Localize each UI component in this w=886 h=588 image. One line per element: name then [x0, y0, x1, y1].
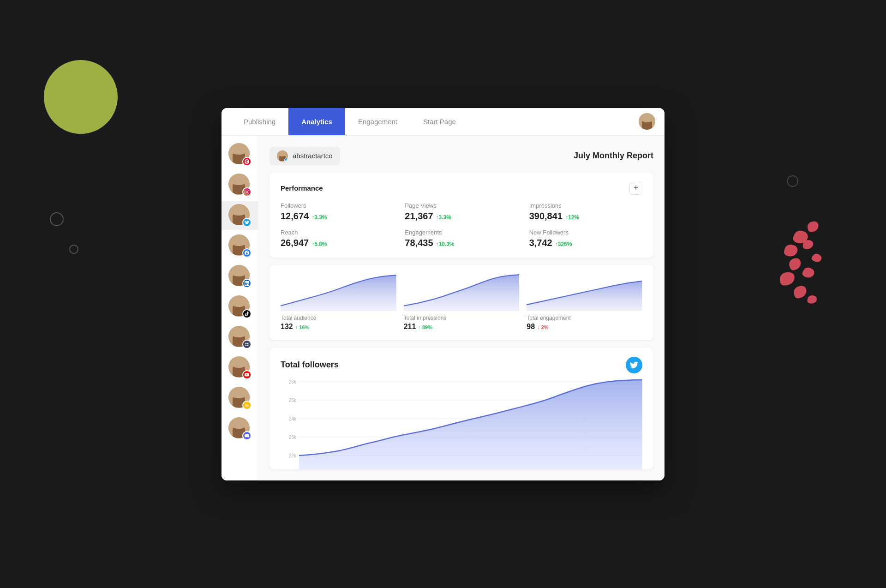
metric-value: 390,841	[529, 211, 563, 222]
metric-value-row: 12,674 ↑3.3%	[281, 211, 394, 222]
metric-item: Reach 26,947 ↑5.8%	[281, 229, 394, 248]
decorative-circle-green	[44, 60, 118, 134]
metric-value-row: 78,435 ↑10.3%	[405, 238, 518, 248]
svg-rect-0	[245, 342, 246, 344]
metric-item: New Followers 3,742 ↑326%	[529, 229, 642, 248]
metric-value-row: 21,367 ↑3.3%	[405, 211, 518, 222]
nav-right	[639, 108, 655, 135]
mini-charts-card: Total audience 132 ↑ 16% Total impressio…	[269, 265, 653, 340]
tiktok-badge	[242, 309, 251, 318]
discord-badge	[242, 431, 251, 440]
sidebar-item-tiktok[interactable]	[222, 293, 258, 321]
mini-chart-area	[281, 274, 396, 311]
performance-card: Performance + Followers 12,674 ↑3.3% Pag…	[269, 173, 653, 258]
metric-change: ↑5.8%	[311, 241, 327, 247]
mini-chart-value-row: 211 ↑ 89%	[404, 323, 520, 331]
pinterest-badge	[242, 157, 251, 166]
mini-chart-change: ↑ 89%	[418, 324, 432, 330]
metric-change: ↑12%	[565, 214, 579, 221]
svg-text:22k: 22k	[289, 453, 297, 458]
svg-text:23k: 23k	[289, 434, 297, 440]
mini-chart-area	[527, 274, 642, 311]
metric-label: New Followers	[529, 229, 642, 236]
sidebar-item-google[interactable]	[222, 384, 258, 413]
metric-label: Page Views	[405, 202, 518, 209]
svg-text:24k: 24k	[289, 416, 297, 421]
mini-chart-value: 132	[281, 323, 293, 331]
metric-item: Impressions 390,841 ↑12%	[529, 202, 642, 222]
sidebar-item-instagram[interactable]	[222, 171, 258, 199]
tab-start-page[interactable]: Start Page	[410, 108, 469, 135]
avatar-wrap-instagram	[228, 174, 251, 197]
metric-value: 21,367	[405, 211, 433, 222]
avatar-wrap-facebook	[228, 234, 251, 258]
svg-text:25k: 25k	[289, 397, 297, 403]
body-layout: abstractartco July Monthly Report Perfor…	[222, 136, 664, 480]
sidebar-item-buffer[interactable]	[222, 323, 258, 352]
tab-publishing[interactable]: Publishing	[231, 108, 288, 135]
metric-item: Engagements 78,435 ↑10.3%	[405, 229, 518, 248]
performance-title: Performance	[281, 184, 323, 192]
avatar-wrap-pinterest	[228, 143, 251, 166]
followers-twitter-icon	[626, 357, 642, 373]
decorative-circle-outline-1	[50, 212, 64, 226]
mini-chart-name: Total impressions	[404, 315, 520, 321]
metric-value-row: 3,742 ↑326%	[529, 238, 642, 248]
mini-chart-labels: Total audience 132 ↑ 16%	[281, 315, 396, 331]
avatar-wrap-twitter	[228, 204, 251, 227]
mini-chart-value-row: 132 ↑ 16%	[281, 323, 396, 331]
metric-item: Followers 12,674 ↑3.3%	[281, 202, 394, 222]
account-avatar	[277, 150, 288, 162]
add-metric-button[interactable]: +	[629, 182, 642, 195]
performance-card-header: Performance +	[281, 182, 642, 195]
metric-change: ↑3.3%	[436, 214, 451, 221]
youtube-badge	[242, 370, 251, 379]
tab-engagement[interactable]: Engagement	[345, 108, 410, 135]
metric-value: 78,435	[405, 238, 433, 248]
followers-header: Total followers	[281, 357, 642, 373]
instagram-badge	[242, 187, 251, 197]
account-twitter-dot	[284, 158, 288, 162]
metric-value: 3,742	[529, 238, 552, 248]
metric-value-row: 390,841 ↑12%	[529, 211, 642, 222]
svg-rect-2	[245, 344, 246, 346]
mini-chart-item-total-impressions: Total impressions 211 ↑ 89%	[404, 274, 520, 331]
sidebar-item-facebook[interactable]	[222, 232, 258, 260]
followers-title: Total followers	[281, 360, 339, 370]
header-row: abstractartco July Monthly Report	[269, 147, 653, 165]
sidebar-item-youtube[interactable]	[222, 354, 258, 382]
buffer-badge	[242, 340, 251, 349]
followers-chart-area: 26k 25k 24k 23k 22k	[281, 377, 642, 469]
metric-change: ↑3.3%	[311, 214, 327, 221]
user-avatar[interactable]	[639, 113, 655, 130]
sidebar-item-twitter[interactable]	[222, 201, 258, 230]
decorative-circle-outline-3	[787, 175, 798, 187]
account-selector[interactable]: abstractartco	[269, 147, 340, 165]
mini-chart-value: 98	[527, 323, 535, 331]
sidebar-item-linkedin[interactable]	[222, 262, 258, 291]
top-nav: Publishing Analytics Engagement Start Pa…	[222, 108, 664, 136]
report-title: July Monthly Report	[574, 151, 653, 161]
mini-chart-change: ↓ 2%	[537, 324, 548, 330]
metric-value: 12,674	[281, 211, 309, 222]
metric-change: ↑326%	[555, 241, 572, 247]
metric-value: 26,947	[281, 238, 309, 248]
mini-chart-item-total-audience: Total audience 132 ↑ 16%	[281, 274, 396, 331]
avatar-wrap-discord	[228, 417, 251, 440]
account-name: abstractartco	[293, 152, 333, 160]
avatar-wrap-youtube	[228, 356, 251, 379]
mini-chart-labels: Total impressions 211 ↑ 89%	[404, 315, 520, 331]
avatar-wrap-linkedin	[228, 265, 251, 288]
metric-label: Followers	[281, 202, 394, 209]
sidebar-item-discord[interactable]	[222, 414, 258, 443]
facebook-badge	[242, 248, 251, 258]
sidebar-item-pinterest[interactable]	[222, 140, 258, 169]
decorative-circle-outline-2	[69, 245, 78, 254]
main-content: abstractartco July Monthly Report Perfor…	[258, 136, 664, 480]
decorative-red-blobs	[757, 222, 840, 314]
mini-chart-name: Total audience	[281, 315, 396, 321]
tab-analytics[interactable]: Analytics	[288, 108, 345, 135]
google-badge	[242, 401, 251, 410]
metric-label: Engagements	[405, 229, 518, 236]
metric-label: Impressions	[529, 202, 642, 209]
